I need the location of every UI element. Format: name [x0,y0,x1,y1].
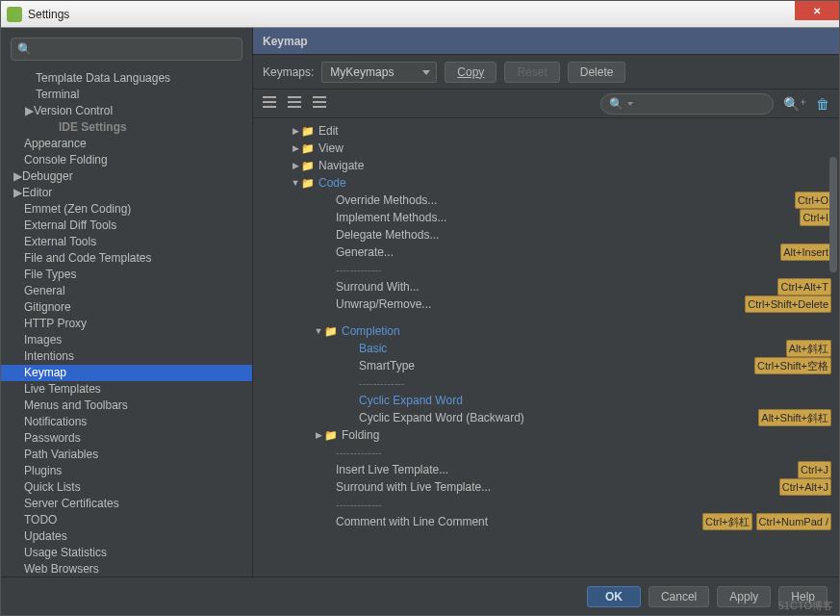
sidebar-item-external-tools[interactable]: External Tools [1,234,252,250]
chevron-icon: ▶ [290,140,301,157]
keymaps-select[interactable]: MyKeymaps [321,62,437,83]
tree-action[interactable]: ------------- [261,261,839,278]
window-buttons [795,1,839,27]
sidebar-item-file-and-code-templates[interactable]: File and Code Templates [1,250,252,267]
tree-action[interactable]: Comment with Line CommentCtrl+斜杠Ctrl+Num… [261,513,839,530]
sidebar-item-label: General [24,284,65,297]
find-action-by-shortcut-icon[interactable]: 🔍⁺ [783,96,806,112]
tree-folder[interactable]: ▶📁Folding [261,426,839,444]
sidebar-item-live-templates[interactable]: Live Templates [1,381,252,398]
tree-label: Comment with Line Comment [336,513,488,530]
tree-label: Override Methods... [336,192,437,209]
tree-action[interactable]: Surround with Live Template...Ctrl+Alt+J [261,478,839,496]
clear-search-icon[interactable]: 🗑 [816,96,829,112]
sidebar-item-web-browsers[interactable]: Web Browsers [1,561,252,577]
sidebar-item-updates[interactable]: Updates [1,528,252,545]
tree-action[interactable]: ------------- [261,496,839,513]
tree-action[interactable]: Cyclic Expand Word [261,392,839,409]
copy-button[interactable]: Copy [445,62,496,83]
tree-label: Navigate [318,157,364,174]
sidebar-item-label: Gitignore [24,300,71,314]
sidebar-item-label: Updates [24,529,67,543]
shortcut-badges: Ctrl+Shift+空格 [751,357,831,374]
sidebar-item-debugger[interactable]: ▶Debugger [1,168,252,185]
sidebar-item-http-proxy[interactable]: HTTP Proxy [1,316,252,332]
sidebar-item-path-variables[interactable]: Path Variables [1,447,252,463]
apply-button[interactable]: Apply [717,586,771,607]
delete-button[interactable]: Delete [568,62,626,83]
tree-action[interactable]: ------------- [261,374,839,392]
tree-action[interactable]: Generate...Alt+Insert [261,244,839,261]
tree-action[interactable]: Implement Methods...Ctrl+I [261,209,839,226]
tree-folder[interactable]: ▶📁View [261,140,839,157]
sidebar-item-label: Template Data Languages [36,71,170,85]
shortcut-badge: Ctrl+Shift+空格 [754,357,831,374]
sidebar-item-plugins[interactable]: Plugins [1,463,252,479]
folder-icon: 📁 [301,122,315,140]
sidebar-item-quick-lists[interactable]: Quick Lists [1,479,252,496]
sidebar-item-keymap[interactable]: Keymap [1,365,252,381]
tree-action[interactable]: SmartTypeCtrl+Shift+空格 [261,357,839,374]
shortcut-badges: Ctrl+O [791,192,831,209]
sidebar-item-label: TODO [24,513,57,526]
sidebar-item-label: External Diff Tools [24,218,116,232]
tree-folder[interactable]: ▶📁Navigate [261,157,839,174]
tree-action[interactable]: Surround With...Ctrl+Alt+T [261,278,839,295]
shortcut-badge: Ctrl+Shift+Delete [745,295,831,313]
sidebar-item-terminal[interactable]: Terminal [1,87,252,103]
sidebar-item-appearance[interactable]: Appearance [1,136,252,152]
shortcut-badges: Alt+Shift+斜杠 [754,409,831,426]
sidebar-item-menus-and-toolbars[interactable]: Menus and Toolbars [1,398,252,414]
sidebar-item-notifications[interactable]: Notifications [1,414,252,430]
settings-search-input[interactable]: 🔍 [11,38,242,61]
tree-label: Code [318,174,346,192]
tree-folder[interactable]: ▶📁Edit [261,122,839,140]
ok-button[interactable]: OK [587,586,641,607]
tree-action[interactable]: BasicAlt+斜杠 [261,340,839,357]
sidebar-item-usage-statistics[interactable]: Usage Statistics [1,545,252,561]
tree-folder[interactable]: ▼📁Completion [261,322,839,340]
sidebar-item-images[interactable]: Images [1,332,252,348]
panel-title: Keymap [253,28,839,55]
sidebar-item-console-folding[interactable]: Console Folding [1,152,252,168]
sidebar-item-todo[interactable]: TODO [1,512,252,528]
sidebar-item-passwords[interactable]: Passwords [1,430,252,447]
sidebar-item-editor[interactable]: ▶Editor [1,185,252,201]
settings-tree[interactable]: Template Data LanguagesTerminal▶Version … [1,70,252,577]
collapse-all-icon[interactable] [288,96,303,112]
chevron-icon: ▶ [290,157,301,174]
tree-action[interactable]: Cyclic Expand Word (Backward)Alt+Shift+斜… [261,409,839,426]
keymaps-value: MyKeymaps [330,65,394,79]
titlebar[interactable]: Settings [1,1,839,28]
sidebar-item-gitignore[interactable]: Gitignore [1,299,252,316]
sidebar-item-version-control[interactable]: ▶Version Control [1,103,252,119]
chevron-icon: ▶ [13,168,22,185]
close-window-button[interactable] [795,1,839,20]
sidebar-item-intentions[interactable]: Intentions [1,348,252,365]
shortcut-badge: Ctrl+Alt+J [779,478,831,496]
sidebar-item-label: File and Code Templates [24,251,152,265]
sidebar-item-label: Plugins [24,464,62,477]
tree-folder[interactable]: ▼📁Code [261,174,839,192]
shortcut-badges: Ctrl+Shift+Delete [741,295,831,313]
expand-all-icon[interactable] [263,96,278,112]
sidebar-item-label: Images [24,333,62,346]
tree-action[interactable]: Override Methods...Ctrl+O [261,192,839,209]
edit-shortcut-icon[interactable] [313,96,328,112]
content-split: 🔍 Template Data LanguagesTerminal▶Versio… [1,28,839,577]
sidebar-item-general[interactable]: General [1,283,252,299]
tree-action[interactable]: ------------- [261,444,839,461]
sidebar-item-external-diff-tools[interactable]: External Diff Tools [1,218,252,234]
action-search-input[interactable]: 🔍 [600,93,774,115]
scrollbar-thumb[interactable] [829,157,837,272]
cancel-button[interactable]: Cancel [649,586,709,607]
reset-button[interactable]: Reset [504,62,559,83]
sidebar-item-template-data-languages[interactable]: Template Data Languages [1,70,252,87]
sidebar-item-file-types[interactable]: File Types [1,267,252,283]
sidebar-item-server-certificates[interactable]: Server Certificates [1,496,252,512]
tree-action[interactable]: Delegate Methods... [261,226,839,244]
tree-action[interactable]: Unwrap/Remove...Ctrl+Shift+Delete [261,295,839,313]
sidebar-item-emmet-zen-coding-[interactable]: Emmet (Zen Coding) [1,201,252,218]
tree-action[interactable]: Insert Live Template...Ctrl+J [261,461,839,478]
keymap-tree[interactable]: ▶📁Edit▶📁View▶📁Navigate▼📁CodeOverride Met… [253,118,839,577]
